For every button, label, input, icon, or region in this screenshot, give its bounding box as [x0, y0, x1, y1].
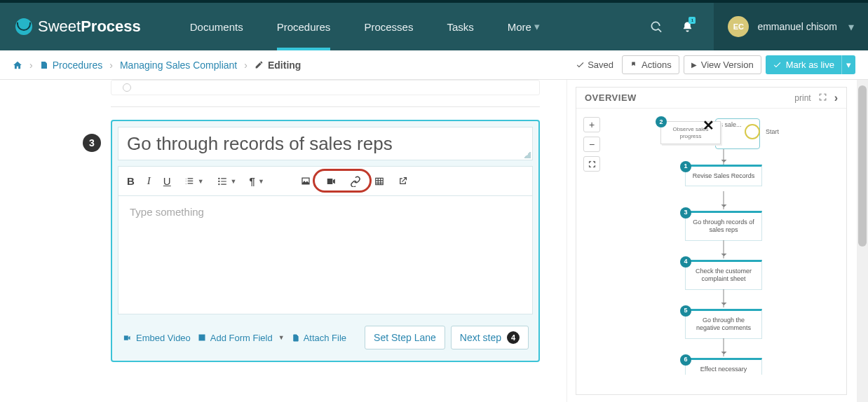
ordered-list-button[interactable]: ▼ — [184, 176, 204, 186]
breadcrumb-sep: › — [109, 60, 113, 71]
flow-arrow — [724, 149, 724, 165]
flow-node-3[interactable]: 3 Go through records of sales reps — [685, 211, 762, 241]
flow-arrow — [724, 191, 724, 209]
add-form-field-link[interactable]: Add Form Field ▼ — [198, 333, 285, 343]
nav-right: 1 EC emmanuel chisom ▾ — [641, 3, 868, 50]
editor-column: 3 Go through records of sales reps B I U… — [0, 80, 567, 402]
overview-zoom: + − — [583, 117, 600, 172]
next-step-button[interactable]: Next step 4 — [451, 326, 529, 349]
breadcrumb-state: Editing — [255, 60, 301, 71]
breadcrumb-sep: › — [29, 60, 33, 71]
flow-node-6-label: Effect necessary — [700, 366, 747, 373]
link-button[interactable] — [350, 176, 361, 187]
zoom-in-button[interactable]: + — [583, 117, 600, 132]
nav-tab-more[interactable]: More ▾ — [492, 3, 555, 50]
unordered-list-button[interactable]: ▼ — [217, 176, 237, 186]
next-step-badge: 4 — [507, 331, 520, 344]
chevron-right-icon[interactable]: › — [834, 92, 838, 104]
nav-tab-more-label: More — [508, 21, 531, 33]
add-form-field-label: Add Form Field — [210, 333, 273, 343]
view-version-button[interactable]: ▶ View Version — [684, 55, 761, 74]
paragraph-button[interactable]: ¶▼ — [250, 175, 264, 187]
close-icon[interactable]: ✕ — [703, 117, 714, 134]
observe-node-num: 2 — [656, 116, 667, 127]
flow-node-4-label: Check the customer complaint sheet — [696, 268, 752, 282]
step-editor: 3 Go through records of sales reps B I U… — [111, 120, 540, 362]
breadcrumb-procedures-label: Procedures — [53, 60, 103, 71]
start-label: Start — [766, 128, 779, 135]
step-title-input[interactable]: Go through records of sales reps — [118, 127, 533, 160]
attach-file-label: Attach File — [304, 333, 346, 343]
bell-icon[interactable]: 1 — [672, 3, 703, 50]
step-number-badge: 3 — [83, 134, 101, 152]
breadcrumb-state-label: Editing — [268, 60, 301, 71]
overview-title: OVERVIEW — [585, 92, 637, 103]
editor-toolbar: B I U ▼ ▼ ¶▼ — [118, 166, 533, 195]
actions-button[interactable]: Actions — [622, 55, 679, 74]
nav-tab-documents[interactable]: Documents — [175, 3, 259, 50]
image-button[interactable] — [299, 176, 312, 186]
italic-button[interactable]: I — [147, 175, 151, 187]
overview-header: OVERVIEW print › — [576, 88, 846, 109]
user-name: emmanuel chisom — [757, 21, 837, 32]
embed-video-link[interactable]: Embed Video — [122, 333, 191, 343]
flow-arrow — [724, 240, 724, 258]
overview-flow[interactable]: Is sale... Start 2 Observe sales progres… — [660, 116, 832, 387]
start-node-icon — [745, 124, 760, 139]
mark-as-live-button[interactable]: Mark as live — [766, 55, 841, 74]
crumb-actions: Saved Actions ▶ View Version Mark as liv… — [576, 55, 855, 74]
overview-panel: OVERVIEW print › + − Is sa — [576, 87, 847, 395]
chevron-down-icon: ▼ — [278, 334, 285, 341]
flow-node-5-label: Go through the negative comments — [696, 317, 751, 331]
brand-logo[interactable]: SweetProcess — [0, 18, 161, 36]
user-menu[interactable]: EC emmanuel chisom ▾ — [714, 3, 868, 50]
zoom-fit-button[interactable] — [583, 156, 600, 172]
table-button[interactable] — [374, 176, 385, 186]
breadcrumb-procedures[interactable]: Procedures — [40, 60, 103, 71]
overview-column: OVERVIEW print › + − Is sa — [567, 80, 868, 402]
mark-as-live-dropdown[interactable]: ▾ — [841, 55, 855, 74]
divider — [111, 106, 540, 107]
flow-arrow — [724, 289, 724, 307]
step-footer: Embed Video Add Form Field ▼ Attach File… — [112, 314, 538, 361]
zoom-out-button[interactable]: − — [583, 137, 600, 152]
flow-node-6[interactable]: 6 Effect necessary — [685, 358, 762, 375]
chevron-down-icon: ▾ — [848, 20, 854, 34]
step-footer-buttons: Set Step Lane Next step 4 — [365, 326, 529, 349]
previous-step-collapsed[interactable] — [111, 80, 540, 95]
flow-node-5[interactable]: 5 Go through the negative comments — [685, 309, 762, 339]
editor-body[interactable]: Type something — [118, 195, 533, 314]
flow-arrow — [724, 338, 724, 356]
video-button[interactable] — [325, 176, 337, 186]
top-nav: SweetProcess Documents Procedures Proces… — [0, 0, 868, 50]
breadcrumb-item[interactable]: Managing Sales Compliant — [120, 60, 237, 71]
home-icon[interactable] — [13, 60, 22, 70]
set-step-lane-button[interactable]: Set Step Lane — [365, 326, 445, 349]
expand-icon[interactable] — [818, 92, 827, 104]
nav-tab-processes[interactable]: Processes — [348, 3, 428, 50]
scroll-thumb[interactable] — [858, 85, 867, 247]
brand-bold: Process — [81, 18, 141, 35]
annotation-red-circle — [313, 169, 372, 193]
nav-tab-procedures[interactable]: Procedures — [262, 3, 346, 50]
mark-as-live-label: Mark as live — [786, 60, 834, 70]
bold-button[interactable]: B — [127, 175, 135, 187]
print-link[interactable]: print — [794, 93, 811, 103]
flow-node-4[interactable]: 4 Check the customer complaint sheet — [685, 260, 762, 290]
main: 3 Go through records of sales reps B I U… — [0, 80, 868, 402]
svg-point-1 — [218, 180, 219, 181]
view-version-label: View Version — [701, 60, 754, 70]
svg-point-2 — [218, 183, 219, 184]
flow-node-1[interactable]: 1 Revise Sales Records — [685, 165, 762, 186]
bell-badge: 1 — [689, 17, 696, 24]
flow-side-label: Is sale... — [718, 121, 742, 128]
next-step-label: Next step — [460, 332, 501, 343]
scrollbar[interactable] — [857, 80, 868, 402]
underline-button[interactable]: U — [163, 175, 171, 187]
external-link-button[interactable] — [398, 176, 408, 186]
search-icon[interactable] — [641, 3, 672, 50]
avatar: EC — [728, 16, 749, 37]
breadcrumb-sep: › — [244, 60, 247, 71]
attach-file-link[interactable]: Attach File — [292, 333, 346, 343]
nav-tab-tasks[interactable]: Tasks — [431, 3, 489, 50]
